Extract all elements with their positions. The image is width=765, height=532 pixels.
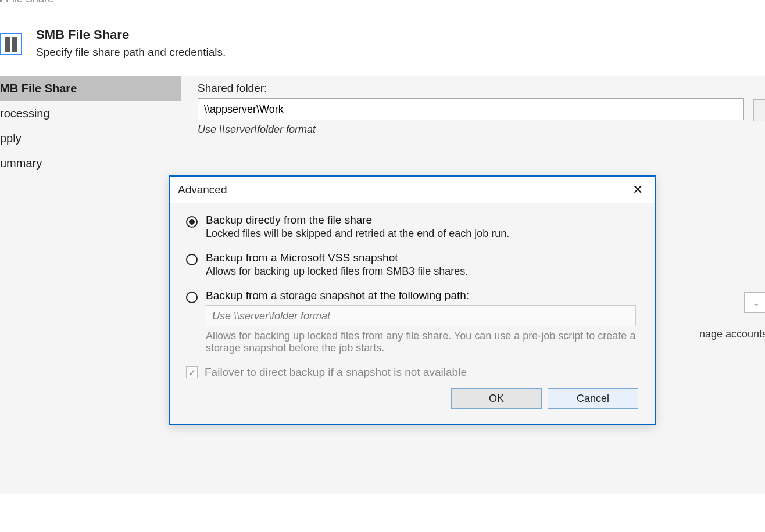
shared-folder-input[interactable] — [198, 98, 744, 120]
close-icon[interactable]: ✕ — [629, 182, 646, 197]
snapshot-path-input — [206, 305, 636, 326]
shared-folder-label: Shared folder: — [198, 82, 753, 95]
radio-option-vss-snapshot[interactable]: Backup from a Microsoft VSS snapshot All… — [186, 251, 638, 278]
file-share-icon — [0, 33, 22, 55]
page-title: SMB File Share — [36, 27, 226, 42]
radio-icon[interactable] — [186, 292, 198, 303]
radio-label: Backup from a storage snapshot at the fo… — [206, 289, 638, 302]
header-text: SMB File Share Specify file share path a… — [36, 27, 226, 59]
shared-folder-hint: Use \\server\folder format — [198, 124, 753, 136]
wizard-window: w File Share SMB File Share Specify file… — [0, 0, 765, 525]
backup-mode-radio-group: Backup directly from the file share Lock… — [186, 214, 638, 354]
chevron-down-icon: ⌄ — [752, 297, 760, 308]
advanced-dialog: Advanced ✕ Backup directly from the file… — [169, 175, 656, 425]
radio-label: Backup from a Microsoft VSS snapshot — [206, 251, 638, 264]
header: SMB File Share Specify file share path a… — [0, 10, 765, 76]
failover-checkbox-label: Failover to direct backup if a snapshot … — [205, 366, 467, 379]
page-subtitle: Specify file share path and credentials. — [36, 46, 226, 59]
ok-button[interactable]: OK — [451, 388, 542, 409]
dialog-buttons: OK Cancel — [186, 388, 638, 417]
wizard-sidebar: MB File Share rocessing pply ummary — [0, 76, 181, 494]
dialog-body: Backup directly from the file share Lock… — [170, 203, 655, 424]
dialog-title-text: Advanced — [178, 184, 227, 196]
radio-description: Allows for backing up locked files from … — [206, 265, 638, 278]
radio-option-storage-snapshot[interactable]: Backup from a storage snapshot at the fo… — [186, 289, 638, 354]
sidebar-item-smb-file-share[interactable]: MB File Share — [0, 76, 181, 101]
radio-label: Backup directly from the file share — [206, 214, 638, 227]
radio-description: Allows for backing up locked files from … — [206, 330, 638, 354]
cancel-button[interactable]: Cancel — [548, 388, 638, 409]
credentials-dropdown-arrow[interactable]: ⌄ — [744, 292, 765, 313]
radio-option-direct[interactable]: Backup directly from the file share Lock… — [186, 214, 638, 240]
window-title: w File Share — [0, 0, 765, 10]
sidebar-item-apply[interactable]: pply — [0, 126, 181, 151]
browse-button[interactable] — [753, 99, 765, 121]
radio-icon[interactable] — [186, 254, 198, 265]
failover-checkbox-row: Failover to direct backup if a snapshot … — [186, 366, 638, 379]
failover-checkbox — [186, 366, 198, 378]
sidebar-item-processing[interactable]: rocessing — [0, 101, 181, 126]
sidebar-item-summary[interactable]: ummary — [0, 151, 181, 176]
manage-accounts-link[interactable]: nage accounts — [699, 328, 765, 340]
dialog-titlebar: Advanced ✕ — [170, 177, 655, 203]
radio-description: Locked files will be skipped and retried… — [206, 228, 638, 240]
radio-icon[interactable] — [186, 216, 198, 228]
